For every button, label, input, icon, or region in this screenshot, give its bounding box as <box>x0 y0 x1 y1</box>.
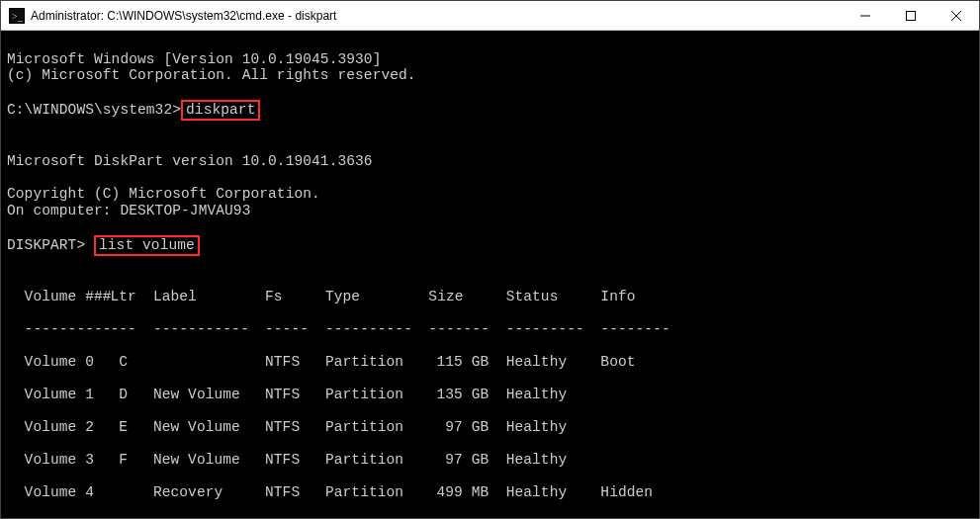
table-header: Volume ### Ltr LabelFsTypeSizeStatusInfo <box>7 289 973 305</box>
prompt-path: C:\WINDOWS\system32> <box>7 102 181 118</box>
close-button[interactable] <box>934 1 979 31</box>
computer-name: On computer: DESKTOP-JMVAU93 <box>7 203 250 218</box>
cmd-icon: >_ <box>9 8 25 24</box>
table-row: Volume 5 FAT32Partition100 MBHealthySyst… <box>7 517 973 519</box>
terminal-output[interactable]: Microsoft Windows [Version 10.0.19045.39… <box>1 31 979 518</box>
diskpart-version: Microsoft DiskPart version 10.0.19041.36… <box>7 153 373 169</box>
table-separator: ---------- --- -------------------------… <box>7 321 973 338</box>
window-title: Administrator: C:\WINDOWS\system32\cmd.e… <box>31 9 336 23</box>
cmd-window: >_ Administrator: C:\WINDOWS\system32\cm… <box>0 0 980 519</box>
diskpart-prompt: DISKPART> <box>7 237 94 253</box>
titlebar[interactable]: >_ Administrator: C:\WINDOWS\system32\cm… <box>1 1 979 31</box>
table-row: Volume 4 RecoveryNTFSPartition499 MBHeal… <box>7 484 973 501</box>
table-row: Volume 2 E New VolumeNTFSPartition97 GBH… <box>7 419 973 436</box>
table-row: Volume 0 C NTFSPartition115 GBHealthyBoo… <box>7 354 973 371</box>
cmd-list-volume: list volume <box>94 235 200 256</box>
table-row: Volume 1 D New VolumeNTFSPartition135 GB… <box>7 387 973 403</box>
os-version-line: Microsoft Windows [Version 10.0.19045.39… <box>7 51 381 67</box>
copyright-line: (c) Microsoft Corporation. All rights re… <box>7 67 416 83</box>
minimize-button[interactable] <box>843 1 888 31</box>
maximize-button[interactable] <box>888 1 934 31</box>
svg-rect-4 <box>907 11 916 20</box>
diskpart-copyright: Copyright (C) Microsoft Corporation. <box>7 186 320 202</box>
table-row: Volume 3 F New VolumeNTFSPartition97 GBH… <box>7 452 973 469</box>
cmd-diskpart: diskpart <box>181 100 260 121</box>
volume-table-body: Volume 0 C NTFSPartition115 GBHealthyBoo… <box>7 354 973 519</box>
svg-text:>_: >_ <box>12 11 24 22</box>
